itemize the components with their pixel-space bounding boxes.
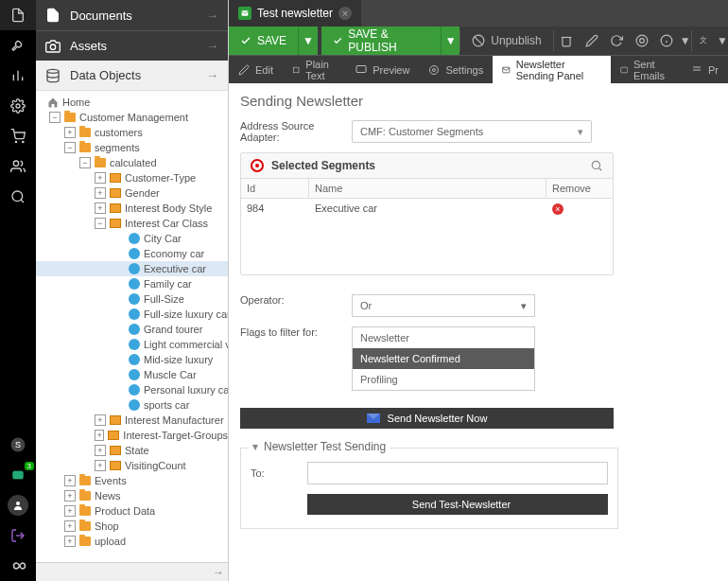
save-button[interactable]: SAVE — [229, 26, 299, 55]
save-publish-dropdown[interactable]: ▼ — [442, 26, 460, 55]
tree-events[interactable]: +Events — [36, 473, 228, 488]
delete-button[interactable] — [554, 26, 580, 55]
expand-icon[interactable]: + — [64, 520, 76, 532]
flags-listbox[interactable]: Newsletter Newsletter Confirmed Profilin… — [352, 326, 535, 391]
rail-avatar-icon[interactable] — [0, 490, 36, 520]
operator-select[interactable]: Or ▾ — [352, 294, 535, 317]
save-dropdown[interactable]: ▼ — [299, 26, 318, 55]
tab-newsletter[interactable]: Test newsletter × — [229, 0, 361, 26]
nav-data-objects[interactable]: Data Objects → — [36, 61, 228, 91]
expand-icon[interactable]: + — [95, 187, 106, 199]
tree-segments[interactable]: −segments — [36, 140, 228, 155]
tree-state[interactable]: +State — [36, 443, 228, 458]
expand-icon[interactable]: + — [95, 460, 106, 471]
rail-file-icon[interactable] — [0, 0, 36, 30]
tree-bodystyle[interactable]: +Interest Body Style — [36, 201, 228, 216]
tree-home[interactable]: Home — [36, 95, 228, 110]
tree-productdata[interactable]: +Product Data — [36, 503, 228, 519]
sub-sent-emails[interactable]: Sent Emails — [611, 56, 682, 83]
rail-infinity-icon[interactable] — [0, 551, 36, 581]
flag-option-profiling[interactable]: Profiling — [353, 369, 534, 390]
tree-manuf[interactable]: +Interest Manufacturer — [36, 413, 228, 428]
sub-preview[interactable]: Preview — [346, 56, 419, 83]
search-icon[interactable] — [590, 159, 603, 172]
expand-icon[interactable]: + — [95, 202, 106, 214]
sub-properties[interactable]: Pr — [682, 56, 728, 83]
col-name[interactable]: Name — [309, 179, 546, 198]
unpublish-button[interactable]: Unpublish — [460, 26, 552, 55]
remove-icon[interactable]: × — [552, 203, 563, 215]
nav-assets[interactable]: Assets → — [36, 30, 228, 61]
tree-customers[interactable]: +customers — [36, 125, 228, 140]
rail-cart-icon[interactable] — [0, 121, 36, 151]
table-row[interactable]: 984 Executive car × — [241, 199, 613, 219]
collapse-icon[interactable]: − — [49, 112, 61, 123]
rail-search-icon[interactable] — [0, 182, 36, 212]
sub-settings[interactable]: Settings — [419, 56, 493, 83]
tree-targetgroups[interactable]: +Interest-Target-Groups — [36, 428, 228, 443]
close-icon[interactable]: × — [338, 7, 352, 20]
to-input[interactable] — [307, 462, 608, 484]
tree-upload[interactable]: +upload — [36, 534, 228, 549]
rail-tools-icon[interactable] — [0, 30, 36, 61]
translate-dropdown[interactable]: ▼ — [717, 26, 728, 55]
col-id[interactable]: Id — [241, 179, 309, 198]
sub-newsletter-panel[interactable]: Newsletter Sending Panel — [493, 56, 610, 83]
save-publish-button[interactable]: SAVE & PUBLISH — [321, 26, 442, 55]
tree-cm[interactable]: −Customer Management — [36, 110, 228, 125]
tree-family[interactable]: Family car — [36, 276, 228, 291]
rail-users-icon[interactable] — [0, 151, 36, 182]
expand-icon[interactable]: + — [64, 505, 76, 517]
col-remove[interactable]: Remove — [546, 179, 613, 198]
tree-economy[interactable]: Economy car — [36, 246, 228, 261]
tree-custtype[interactable]: +Customer-Type — [36, 170, 228, 185]
tree-lightcomm[interactable]: Light commercial v — [36, 337, 228, 352]
tree-fullsize[interactable]: Full-Size — [36, 291, 228, 307]
tree-perslux[interactable]: Personal luxury car — [36, 382, 228, 397]
info-dropdown[interactable]: ▼ — [680, 26, 691, 55]
tree-calculated[interactable]: −calculated — [36, 155, 228, 170]
tree-city[interactable]: City Car — [36, 231, 228, 246]
tree-fulllux[interactable]: Full-size luxury car — [36, 307, 228, 322]
tree-visiting[interactable]: +VisitingCount — [36, 458, 228, 473]
rail-notification-icon[interactable]: 3 — [0, 460, 36, 490]
rail-analytics-icon[interactable] — [0, 61, 36, 91]
rail-symfony-icon[interactable]: S — [0, 430, 36, 460]
translate-button[interactable]: 文 — [691, 26, 717, 55]
collapse-icon[interactable]: − — [95, 218, 106, 229]
tree-grand[interactable]: Grand tourer — [36, 322, 228, 337]
expand-icon[interactable]: + — [64, 490, 76, 502]
chevron-right-icon[interactable]: → — [213, 566, 224, 579]
expand-icon[interactable]: + — [95, 172, 106, 184]
tree-news[interactable]: +News — [36, 488, 228, 503]
target-button[interactable] — [629, 26, 654, 55]
expand-icon[interactable]: + — [95, 445, 106, 456]
sub-plaintext[interactable]: Plain Text — [283, 56, 346, 83]
tree-sports[interactable]: sports car — [36, 397, 228, 413]
rename-button[interactable] — [579, 26, 604, 55]
tree-muscle[interactable]: Muscle Car — [36, 367, 228, 382]
tree-carclass[interactable]: −Interest Car Class — [36, 216, 228, 231]
tree-midlux[interactable]: Mid-size luxury — [36, 352, 228, 367]
send-test-button[interactable]: Send Test-Newsletter — [307, 494, 608, 515]
sub-edit[interactable]: Edit — [229, 56, 283, 83]
reload-button[interactable] — [604, 26, 630, 55]
flag-option-newsletter[interactable]: Newsletter — [353, 327, 534, 348]
nav-documents[interactable]: Documents → — [36, 0, 228, 30]
flag-option-confirmed[interactable]: Newsletter Confirmed — [353, 348, 534, 369]
expand-icon[interactable]: + — [64, 536, 76, 547]
collapse-icon[interactable]: − — [79, 157, 91, 168]
expand-icon[interactable]: + — [64, 127, 76, 138]
expand-icon[interactable]: + — [95, 430, 104, 441]
rail-settings-icon[interactable] — [0, 91, 36, 121]
send-now-button[interactable]: Send Newsletter Now — [240, 408, 614, 429]
info-button[interactable] — [654, 26, 680, 55]
tree-executive[interactable]: Executive car — [36, 261, 228, 276]
expand-icon[interactable]: + — [64, 475, 76, 486]
collapse-icon[interactable]: − — [64, 142, 76, 153]
rail-exit-icon[interactable] — [0, 520, 36, 551]
tree-gender[interactable]: +Gender — [36, 185, 228, 201]
expand-icon[interactable]: + — [95, 414, 106, 426]
tree-shop[interactable]: +Shop — [36, 519, 228, 534]
adapter-select[interactable]: CMF: Customer Segments ▾ — [352, 120, 592, 143]
